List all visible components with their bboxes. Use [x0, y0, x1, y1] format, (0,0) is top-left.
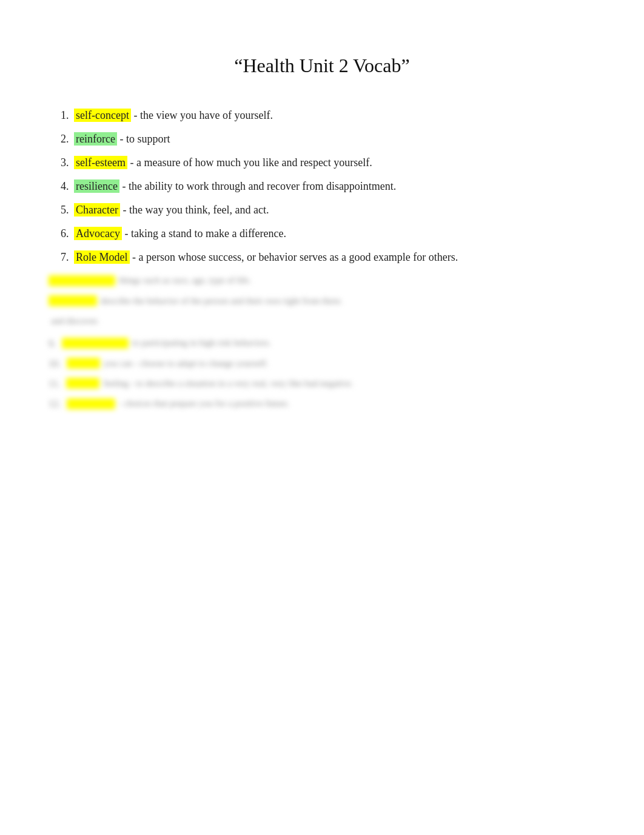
item-separator-7: -: [130, 251, 136, 263]
item-separator-4: -: [119, 180, 126, 192]
list-item: 6. Advocacy - taking a stand to make a d…: [61, 226, 595, 242]
list-item: 2. reinforce - to support: [61, 131, 595, 147]
item-definition-5: the way you think, feel, and act.: [126, 204, 269, 216]
item-separator-2: -: [117, 133, 124, 145]
vocab-term-2: reinforce: [74, 132, 117, 146]
item-definition-7: a person whose success, or behavior serv…: [136, 251, 458, 263]
item-definition-6: taking a stand to make a difference.: [128, 227, 286, 240]
vocab-term-5: Character: [74, 203, 120, 216]
item-number: 6.: [61, 227, 69, 240]
item-definition-3: a measure of how much you like and respe…: [133, 156, 372, 169]
vocab-term-3: self-esteem: [74, 156, 127, 169]
blurred-content: things such as race, age, type of life. …: [49, 273, 595, 412]
vocab-term-1: self-concept: [74, 109, 131, 122]
item-number: 4.: [61, 180, 69, 192]
vocab-list: 1. self-concept - the view you have of y…: [61, 107, 595, 266]
item-number: 2.: [61, 133, 69, 145]
item-definition-1: the view you have of yourself.: [137, 109, 272, 121]
vocab-term-6: Advocacy: [74, 227, 122, 240]
item-separator-1: -: [131, 109, 138, 121]
list-item: 7. Role Model - a person whose success, …: [61, 249, 595, 266]
list-item: 3. self-esteem - a measure of how much y…: [61, 155, 595, 171]
item-definition-2: to support: [123, 133, 170, 145]
item-number: 3.: [61, 156, 69, 169]
item-separator-6: -: [122, 227, 129, 240]
page-title: “Health Unit 2 Vocab”: [49, 55, 595, 77]
vocab-term-7: Role Model: [74, 250, 130, 264]
list-item: 4. resilience - the ability to work thro…: [61, 178, 595, 195]
item-separator-3: -: [127, 156, 134, 169]
list-item: 5. Character - the way you think, feel, …: [61, 202, 595, 218]
item-number: 1.: [61, 109, 69, 121]
item-definition-4: the ability to work through and recover …: [126, 180, 396, 192]
item-number: 7.: [61, 251, 69, 263]
list-item: 1. self-concept - the view you have of y…: [61, 107, 595, 124]
item-number: 5.: [61, 204, 69, 216]
item-separator-5: -: [120, 204, 127, 216]
vocab-term-4: resilience: [74, 179, 119, 193]
